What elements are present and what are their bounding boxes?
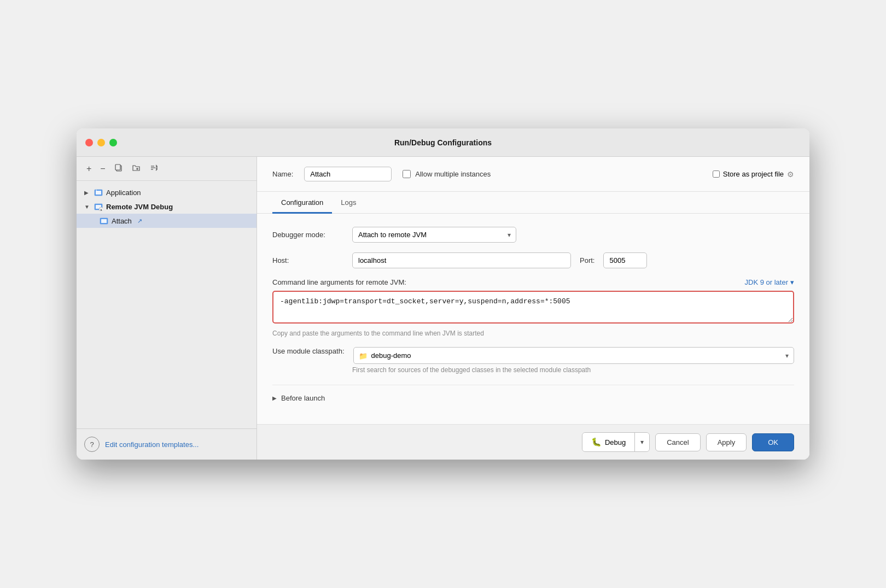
sidebar-item-attach[interactable]: Attach ↗ (77, 214, 257, 228)
sidebar-tree: ▶ Application ▼ (77, 181, 257, 428)
new-folder-button[interactable] (130, 162, 143, 175)
debug-button[interactable]: 🐛 Debug (582, 433, 635, 451)
help-button[interactable]: ? (84, 437, 100, 452)
remote-jvm-label: Remote JVM Debug (106, 203, 173, 211)
cmd-textarea[interactable]: -agentlib:jdwp=transport=dt_socket,serve… (272, 291, 794, 324)
window-body: + − (77, 157, 809, 460)
config-body: Debugger mode: Attach to remote JVM List… (257, 214, 809, 424)
name-label: Name: (272, 170, 293, 178)
sidebar-item-remote-jvm[interactable]: ▼ ⏵ Remote JVM Debug (77, 199, 257, 214)
debugger-mode-select-wrapper: Attach to remote JVM Listen to remote JV… (352, 227, 516, 243)
name-input[interactable] (304, 167, 392, 181)
host-input[interactable] (352, 252, 571, 268)
titlebar: Run/Debug Configurations (77, 128, 809, 157)
apply-button[interactable]: Apply (706, 433, 747, 451)
sidebar-toolbar: + − (77, 157, 257, 181)
svg-rect-1 (115, 164, 120, 170)
before-launch-label: Before launch (281, 394, 325, 402)
debug-button-group: 🐛 Debug ▾ (582, 432, 650, 452)
main-window: Run/Debug Configurations + − (77, 128, 809, 460)
add-config-button[interactable]: + (84, 163, 94, 174)
close-button[interactable] (85, 139, 93, 146)
host-port-row: Host: Port: (272, 252, 794, 268)
traffic-lights (85, 139, 117, 146)
svg-rect-9 (96, 191, 101, 195)
window-title: Run/Debug Configurations (394, 138, 492, 147)
host-label: Host: (272, 256, 343, 264)
tabs-bar: Configuration Logs (257, 192, 809, 214)
port-label: Port: (580, 256, 594, 264)
jdk-link[interactable]: JDK 9 or later ▾ (745, 278, 794, 286)
sidebar-item-application[interactable]: ▶ Application (77, 185, 257, 199)
debugger-mode-row: Debugger mode: Attach to remote JVM List… (272, 227, 794, 243)
remove-config-button[interactable]: − (98, 163, 107, 174)
before-launch-arrow-icon: ▶ (272, 395, 277, 401)
svg-text:⏵: ⏵ (100, 208, 103, 211)
svg-rect-16 (101, 219, 107, 223)
allow-multiple-checkbox[interactable] (403, 170, 411, 178)
debugger-mode-label: Debugger mode: (272, 231, 343, 239)
module-icon: 📁 (359, 351, 368, 360)
before-launch-header[interactable]: ▶ Before launch (272, 394, 794, 402)
debug-icon: 🐛 (591, 437, 602, 447)
arrow-icon: ▶ (84, 190, 91, 196)
module-classpath-row: Use module classpath: 📁 debug-demo (272, 347, 794, 364)
store-project-label[interactable]: Store as project file (723, 170, 784, 178)
store-project-group: Store as project file ⚙ (713, 170, 794, 179)
debug-label: Debug (605, 438, 626, 446)
footer-buttons: 🐛 Debug ▾ Cancel Apply OK (257, 424, 809, 460)
cursor-icon: ↗ (137, 217, 142, 225)
cmd-label: Command line arguments for remote JVM: (272, 278, 406, 286)
application-label: Application (106, 189, 141, 197)
arrow-icon: ▼ (84, 204, 91, 210)
attach-label: Attach (112, 217, 132, 225)
sidebar: + − (77, 157, 257, 460)
gear-icon[interactable]: ⚙ (787, 170, 794, 179)
module-label: Use module classpath: (272, 347, 345, 355)
edit-templates-link[interactable]: Edit configuration templates... (105, 440, 199, 449)
application-icon (94, 188, 103, 197)
module-select-wrapper: 📁 debug-demo (353, 347, 794, 364)
module-select[interactable]: debug-demo (353, 347, 794, 364)
remote-jvm-icon: ⏵ (94, 202, 103, 211)
sidebar-bottom: ? Edit configuration templates... (77, 428, 257, 460)
maximize-button[interactable] (109, 139, 117, 146)
cancel-button[interactable]: Cancel (655, 433, 700, 451)
before-launch-section: ▶ Before launch (272, 385, 794, 411)
store-project-checkbox[interactable] (713, 170, 720, 178)
attach-icon (100, 216, 108, 225)
chevron-down-icon: ▾ (790, 278, 794, 286)
port-input[interactable] (603, 252, 647, 268)
copy-config-button[interactable] (112, 162, 125, 175)
cmd-header: Command line arguments for remote JVM: J… (272, 278, 794, 286)
allow-multiple-label[interactable]: Allow multiple instances (415, 170, 491, 178)
ok-button[interactable]: OK (752, 433, 794, 451)
tab-logs[interactable]: Logs (332, 192, 365, 214)
allow-multiple-group: Allow multiple instances (403, 170, 491, 178)
cmd-args-section: Command line arguments for remote JVM: J… (272, 278, 794, 325)
cmd-hint: Copy and paste the arguments to the comm… (272, 330, 794, 337)
module-hint: First search for sources of the debugged… (272, 366, 794, 374)
main-content: Name: Allow multiple instances Store as … (257, 157, 809, 460)
debug-dropdown-button[interactable]: ▾ (635, 433, 649, 451)
tab-configuration[interactable]: Configuration (272, 192, 332, 214)
sort-button[interactable] (147, 162, 160, 175)
config-header: Name: Allow multiple instances Store as … (257, 157, 809, 192)
minimize-button[interactable] (97, 139, 105, 146)
debugger-mode-select[interactable]: Attach to remote JVM Listen to remote JV… (352, 227, 516, 243)
